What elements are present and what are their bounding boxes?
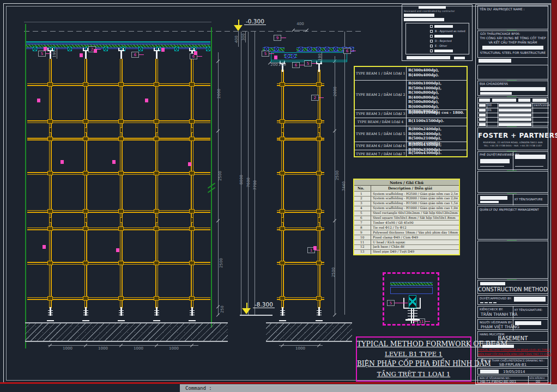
ledger-clamp bbox=[118, 261, 124, 265]
dim-label: 7440 bbox=[342, 178, 346, 194]
callout-mark bbox=[116, 248, 119, 252]
note-no: 6 bbox=[360, 216, 362, 219]
tb-item-box: HẠNG MỤC/ITEM: BASEMENT bbox=[477, 331, 548, 342]
jack-base bbox=[48, 313, 53, 313]
redacted-text bbox=[499, 104, 531, 107]
ledger-clamp bbox=[83, 171, 88, 175]
dim-line bbox=[255, 32, 255, 315]
redacted-text bbox=[515, 155, 546, 159]
ledger-clamp bbox=[189, 209, 195, 213]
redacted-text bbox=[515, 321, 541, 325]
redacted-text bbox=[434, 35, 453, 38]
jack-base bbox=[154, 313, 159, 313]
command-bar[interactable]: Command : bbox=[180, 384, 557, 392]
dim-label: 400 bbox=[292, 22, 308, 26]
dim-label: 400 bbox=[234, 31, 239, 47]
callout-tag: 2 bbox=[311, 95, 319, 101]
dim-label: 250 bbox=[220, 301, 225, 317]
table-row-line bbox=[355, 142, 467, 142]
redacted-text bbox=[479, 104, 486, 107]
redacted-text bbox=[499, 118, 531, 121]
note-desc: Timber 45x90 / Gỗ 45x90 bbox=[373, 221, 458, 224]
note-no: 3 bbox=[360, 201, 362, 205]
redacted-text bbox=[480, 87, 546, 91]
tb-project-box: TÊN DỰ ÁN/PROJECT NAME : bbox=[477, 5, 548, 29]
tb-construction-method-box: CONSTRUCTION METHOD bbox=[477, 280, 548, 294]
title-line-3: BIỆN PHÁP CỐP PHA ĐIỂN HÌNH DẦM bbox=[357, 360, 470, 367]
steel-xbox bbox=[33, 47, 37, 51]
level-marker-arrow bbox=[242, 308, 251, 314]
ledger-clamp bbox=[154, 209, 159, 213]
ledger-clamp bbox=[280, 209, 285, 213]
divider bbox=[532, 103, 533, 127]
jack-base bbox=[317, 310, 322, 311]
redacted-text bbox=[404, 18, 444, 21]
beam-type-cell: TYPE BEAM 5 / DẦM LOẠI 5 bbox=[356, 132, 405, 136]
ledger-clamp bbox=[316, 261, 322, 265]
callout-mark bbox=[112, 160, 116, 164]
jack-base bbox=[317, 315, 322, 315]
note-desc: System scaffolding - H1000 / Giàn giáo n… bbox=[373, 206, 458, 210]
note-desc: Steel square 50x50x1.8mm / Sắt hộp 50x50… bbox=[373, 216, 458, 219]
ledger-clamp bbox=[154, 226, 159, 231]
jack-base bbox=[316, 320, 323, 321]
callout-leader bbox=[197, 56, 202, 57]
tb-approved-label: DUYỆT/APPROVED BY: bbox=[480, 297, 512, 300]
tb-signature-row: KÝ TÊN/SIGNATURE bbox=[477, 194, 548, 205]
callout-mark bbox=[145, 99, 148, 102]
stamp-checkbox-area: B - Approved as notedD - RejectedE - Oth… bbox=[405, 23, 469, 54]
tb-firm-name: FOSTER + PARTNERS bbox=[478, 132, 548, 139]
beam-desc-cell: B(300x400dp), B(400x400dp). bbox=[408, 68, 465, 77]
dim-line bbox=[344, 32, 345, 315]
redacted-text bbox=[480, 159, 510, 163]
redacted-text bbox=[419, 6, 446, 9]
dim-label: 300 bbox=[241, 29, 246, 45]
redacted-text bbox=[532, 99, 547, 102]
level-line bbox=[240, 315, 273, 316]
beam-desc-cell: B(1100x1500dp). bbox=[408, 119, 465, 124]
note-no: 10 bbox=[360, 236, 364, 239]
note-desc: Polywood thickness 18mm / Ván phủ phim d… bbox=[373, 231, 458, 234]
redacted-text bbox=[482, 46, 543, 50]
tb-item-value: BASEMENT bbox=[478, 335, 548, 341]
tb-check-label: KIỂM/CHECK BY: bbox=[480, 308, 503, 311]
divider bbox=[528, 376, 529, 384]
ledger-clamp bbox=[118, 226, 124, 231]
beam-desc-cell: B(500x4300dp). bbox=[408, 151, 465, 156]
dim-label: 1000 bbox=[166, 346, 182, 351]
detail-steel-xbox bbox=[409, 295, 416, 308]
redacted-text bbox=[499, 109, 531, 112]
ledger-clamp bbox=[316, 296, 322, 301]
signature-line bbox=[515, 166, 543, 167]
note-no: 1 bbox=[360, 192, 362, 195]
ledger-clamp bbox=[316, 226, 322, 231]
callout-mark bbox=[313, 246, 317, 250]
tb-pm-box: QUẢN LÝ DỰ ÁN/PROJECT MANAGEMENT bbox=[477, 206, 548, 240]
redacted-text bbox=[518, 99, 530, 102]
tb-drafter-name: PHẠM VIỆT THẮNG bbox=[481, 324, 519, 329]
approval-stamp-box: Reviewed and coordinated by contractor B… bbox=[402, 4, 473, 61]
tb-rev-value: 00 bbox=[536, 379, 540, 384]
tb-revision-table: 0019/05/201401 bbox=[477, 97, 548, 126]
tb-pm-label: QUẢN LÝ DỰ ÁN/PROJECT MANAGEMENT bbox=[480, 208, 539, 211]
ledger-clamp bbox=[83, 226, 88, 231]
redacted-text bbox=[434, 25, 453, 28]
divider bbox=[513, 194, 513, 205]
steel-xbox bbox=[138, 47, 143, 51]
post-joint bbox=[84, 127, 87, 133]
steel-xbox bbox=[206, 47, 210, 51]
ledger-clamp bbox=[83, 137, 88, 141]
command-prompt: Command : bbox=[185, 385, 212, 391]
dim-label: 8000 bbox=[239, 171, 244, 188]
callout-mark bbox=[43, 245, 46, 249]
ledger-clamp bbox=[189, 119, 195, 124]
slab-hatch bbox=[25, 322, 228, 342]
jack-base bbox=[190, 313, 195, 313]
row-line bbox=[478, 117, 549, 118]
post-joint bbox=[49, 217, 52, 223]
callout-mark bbox=[80, 53, 83, 57]
dim-line bbox=[248, 32, 249, 315]
dim-label: 7600 bbox=[246, 174, 251, 191]
jack-base bbox=[48, 315, 53, 315]
tb-empty-box-1 bbox=[477, 65, 548, 79]
